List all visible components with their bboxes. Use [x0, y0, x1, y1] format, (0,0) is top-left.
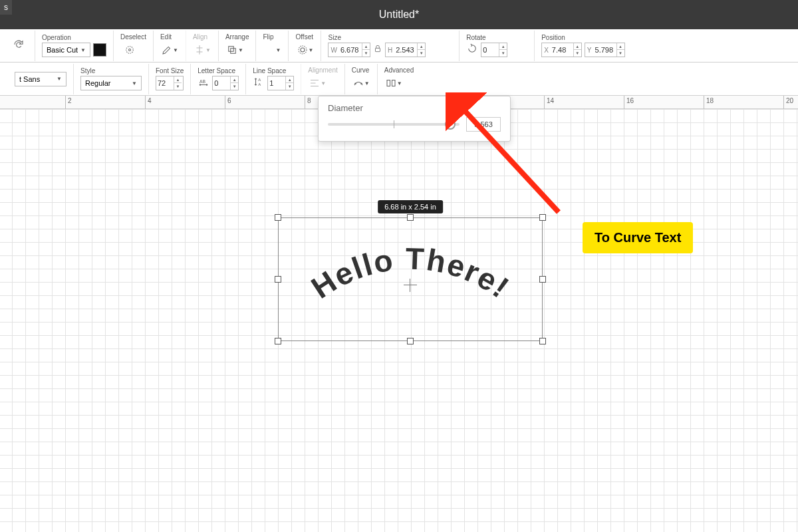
align-label: Align [193, 33, 211, 41]
size-height-input[interactable]: H2.543 ▲▼ [385, 43, 426, 57]
svg-point-0 [126, 47, 134, 54]
svg-rect-13 [392, 80, 395, 86]
toolbar-primary: Operation Basic Cut▼ Deselect Edit ▼ Ali… [0, 29, 798, 63]
tab-corner: s [0, 0, 12, 15]
advanced-label: Advanced [384, 66, 414, 74]
svg-rect-12 [387, 80, 390, 86]
operation-select[interactable]: Basic Cut▼ [42, 43, 90, 57]
fontsize-input[interactable]: 72 ▲▼ [156, 76, 184, 90]
size-width-input[interactable]: W6.678 ▲▼ [328, 43, 370, 57]
svg-text:Hello There!: Hello There! [305, 241, 517, 305]
offset-label: Offset [295, 33, 314, 41]
document-title: Untitled* [379, 9, 419, 21]
linespace-label: Line Space [253, 67, 294, 74]
svg-point-5 [301, 48, 305, 52]
flip-label: Flip [263, 33, 281, 41]
fontsize-label: Font Size [156, 67, 184, 74]
svg-point-4 [299, 46, 307, 54]
diameter-title: Diameter [328, 103, 501, 113]
edit-label: Edit [160, 33, 179, 41]
deselect-button[interactable] [120, 42, 139, 58]
alignment-label: Alignment [308, 66, 337, 74]
svg-rect-3 [231, 49, 236, 54]
arrange-label: Arrange [225, 33, 249, 41]
selected-text-object[interactable]: 6.68 in x 2.54 in Hello There! [278, 217, 543, 341]
advanced-button[interactable]: ▼ [384, 75, 403, 91]
letterspace-input[interactable]: 0 ▲▼ [212, 76, 239, 90]
alignment-button: ▼ [308, 75, 327, 91]
curve-label: Curve [352, 66, 370, 74]
align-button: ▼ [193, 42, 211, 58]
diameter-slider[interactable] [328, 123, 460, 126]
operation-color-swatch[interactable] [93, 43, 106, 57]
redo-icon[interactable] [13, 39, 25, 53]
flip-button[interactable]: ▼ [263, 42, 281, 58]
svg-point-10 [355, 83, 356, 84]
annotation-label: To Curve Text [583, 222, 693, 253]
svg-point-11 [361, 83, 362, 84]
position-x-input[interactable]: X7.48 ▲▼ [541, 43, 582, 57]
style-label: Style [80, 67, 142, 74]
toolbar-text: t Sans▼ Style Regular▼ Font Size 72 ▲▼ L… [0, 63, 798, 96]
rotate-input[interactable]: 0 ▲▼ [481, 43, 507, 57]
svg-text:AB: AB [200, 79, 206, 84]
style-select[interactable]: Regular▼ [80, 76, 142, 90]
font-select[interactable]: t Sans▼ [15, 72, 66, 86]
letterspace-icon: AB [198, 76, 209, 90]
letterspace-label: Letter Space [198, 67, 239, 74]
edit-button[interactable]: ▼ [160, 42, 179, 58]
operation-label: Operation [42, 34, 106, 41]
svg-rect-2 [229, 47, 234, 52]
canvas[interactable]: 2 4 6 8 14 16 18 20 Diameter 5.563 6.68 … [0, 96, 798, 532]
rotate-label: Rotate [466, 34, 507, 41]
linespace-icon: AA [253, 76, 265, 90]
linespace-input[interactable]: 1 ▲▼ [267, 76, 294, 90]
rotate-icon[interactable] [466, 43, 478, 57]
dimension-badge: 6.68 in x 2.54 in [378, 200, 443, 213]
svg-point-1 [129, 49, 131, 51]
position-label: Position [541, 34, 624, 41]
deselect-label: Deselect [120, 33, 146, 41]
curved-text-content: Hello There! [278, 217, 543, 341]
position-y-input[interactable]: Y5.798 ▲▼ [585, 43, 625, 57]
offset-button[interactable]: ▼ [295, 42, 314, 58]
curve-button[interactable]: ▼ [352, 75, 370, 91]
svg-rect-6 [375, 48, 380, 51]
diameter-value[interactable]: 5.563 [466, 117, 501, 132]
svg-text:A: A [259, 82, 261, 86]
curve-diameter-popover: Diameter 5.563 [318, 96, 511, 142]
size-label: Size [328, 34, 426, 41]
arrange-button[interactable]: ▼ [225, 42, 244, 58]
lock-aspect-icon[interactable] [373, 44, 382, 56]
svg-text:A: A [259, 78, 261, 82]
